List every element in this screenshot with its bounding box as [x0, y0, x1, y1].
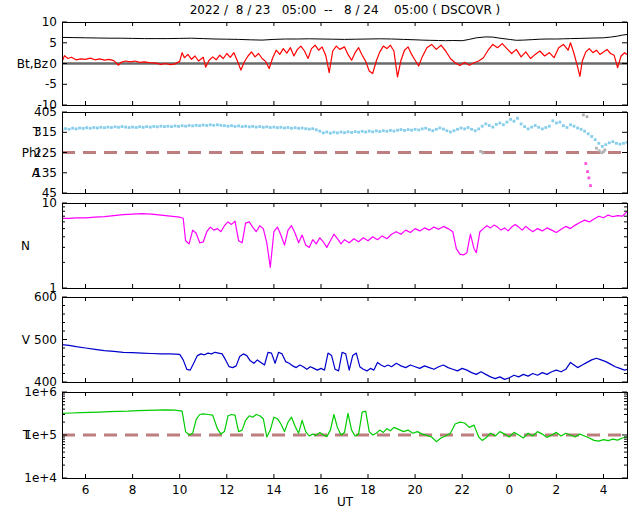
y-tick-label: 500	[34, 333, 57, 347]
x-axis-label: UT	[62, 495, 628, 509]
panel-label-T: T	[22, 428, 31, 442]
y-tick-label: 1e+4	[24, 471, 57, 485]
panel-label-A: A	[32, 166, 41, 180]
panel-label-T: T	[32, 125, 41, 139]
y-tick-label: 600	[34, 290, 57, 304]
panel-label-Bt,Bz: Bt,Bz	[17, 57, 48, 71]
series-Bz	[62, 43, 627, 77]
y-tick-label: 1e+6	[24, 385, 57, 399]
series-Phi	[61, 117, 629, 148]
panel-label-V: V	[22, 333, 31, 347]
panel-density	[62, 203, 627, 288]
y-tick-label: -5	[45, 77, 57, 91]
series-Phi-outliers	[584, 162, 591, 187]
dscovr-solar-wind-plot: 2022 / 8 / 23 05:00 -- 8 / 24 05:00 ( DS…	[0, 0, 640, 512]
panel-speed	[62, 297, 627, 382]
series-Bt	[62, 35, 627, 41]
panel-label-Phi: Phi	[22, 146, 40, 160]
y-tick-label: 10	[42, 196, 57, 210]
y-tick-label: 10	[42, 15, 57, 29]
y-tick-label: 5	[49, 36, 57, 50]
y-tick-label: 405	[34, 105, 57, 119]
y-tick-label: 0	[49, 57, 57, 71]
series-V	[62, 345, 627, 380]
panel-label-N: N	[21, 239, 30, 253]
series-N	[62, 212, 627, 268]
chart-canvas: 1050-5-10Bt,Bz40531522513545TPhiA101N600…	[0, 0, 640, 512]
series-T	[62, 410, 627, 442]
